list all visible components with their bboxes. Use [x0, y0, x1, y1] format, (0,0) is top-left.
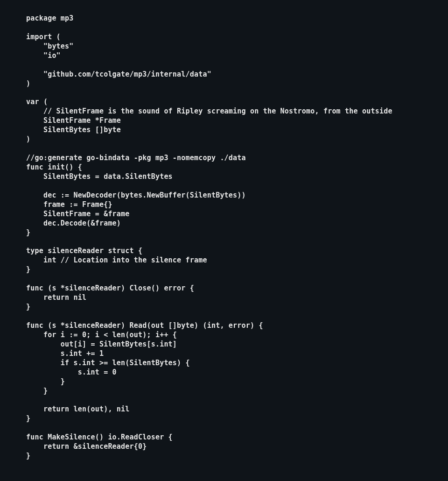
- code-block: package mp3 import ( "bytes" "io" "githu…: [0, 0, 448, 475]
